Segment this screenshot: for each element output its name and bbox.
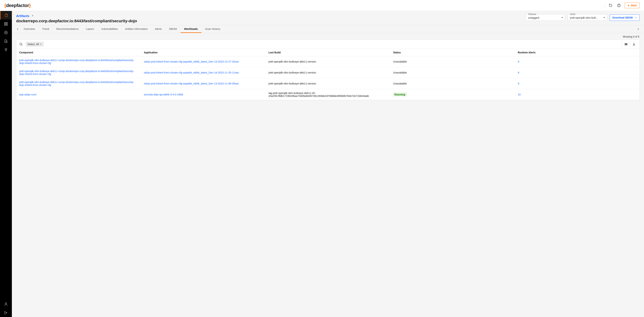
component-link[interactable]: asp-sdojo-cont <box>19 93 36 96</box>
breadcrumb-parent[interactable]: Artifacts <box>16 14 29 18</box>
table-row: jre8-openjdk-slim-bullseye-deb11-comp-do… <box>16 78 640 89</box>
tab-overview[interactable]: Overview <box>20 25 39 33</box>
svg-point-7 <box>6 32 6 33</box>
download-sbom-button[interactable]: Download SBOM <box>610 14 640 21</box>
last-build-cell: jre8-openjdk-slim-bullseye-deb11-version <box>266 67 390 78</box>
chevron-right-icon <box>31 14 34 18</box>
sidebar-item-logout[interactable] <box>0 308 12 317</box>
brand-logo: {deepfactor} <box>4 3 31 8</box>
status-cell: Unavailable <box>390 67 515 78</box>
table-row: asp-sdojo-contsecurity-dojo-qa-wbhk-3-4-… <box>16 89 640 100</box>
component-link[interactable]: jre8-openjdk-slim-bullseye-deb11-comp-do… <box>19 70 134 76</box>
runtime-alerts-link[interactable]: 9 <box>518 82 519 85</box>
chevron-left-icon <box>16 28 19 30</box>
brace-open-icon: { <box>4 3 6 8</box>
runtime-alerts-link[interactable]: 10 <box>518 93 520 96</box>
chevron-down-icon <box>604 17 605 18</box>
svg-rect-12 <box>626 43 626 45</box>
runtime-alerts-link[interactable]: 9 <box>518 71 519 74</box>
last-build-cell: tag-jre8-openjdk-slim-bullseye-deb11-ID-… <box>266 89 390 100</box>
plug-icon <box>4 48 8 52</box>
page-title: dockerrepo.corp.deepfactor.io:8443/test/… <box>16 19 522 23</box>
svg-rect-3 <box>6 22 7 24</box>
chevron-down-icon <box>561 17 563 18</box>
tab-scan-history[interactable]: Scan History <box>202 25 224 33</box>
help-icon[interactable] <box>616 3 621 8</box>
tab-vulnerabilities[interactable]: Vulnerabilities <box>98 25 122 33</box>
application-link[interactable]: sdojo-pod-inherit-from-cluster-cfg-aspwb… <box>144 60 239 63</box>
sidebar-item-integrations[interactable] <box>0 46 12 54</box>
play-icon <box>628 4 630 6</box>
tabs-scroll-right[interactable] <box>636 26 641 33</box>
showing-count: Showing 5 of 5 <box>16 33 640 40</box>
svg-point-9 <box>20 43 22 45</box>
columns-icon <box>624 42 628 46</box>
application-link[interactable]: security-dojo-qa-wbhk-3-4-0-2468 <box>144 93 183 96</box>
runtime-alerts-link[interactable]: 9 <box>518 60 519 63</box>
svg-rect-11 <box>625 43 625 45</box>
tab-workloads[interactable]: Workloads <box>180 25 202 33</box>
sidebar-item-kubernetes[interactable] <box>0 28 12 37</box>
col-status[interactable]: Status <box>390 49 515 56</box>
last-build-cell: jre8-openjdk-slim-bullseye-deb11-version <box>266 78 390 89</box>
table-row: jre8-openjdk-slim-bullseye-deb11-comp-do… <box>16 67 640 78</box>
svg-rect-13 <box>626 43 627 45</box>
svg-line-10 <box>22 45 22 46</box>
workloads-table: Component Application Last Build Status … <box>16 49 640 100</box>
component-link[interactable]: jre8-openjdk-slim-bullseye-deb11-comp-do… <box>19 81 134 86</box>
sidebar <box>0 11 12 317</box>
chevron-down-icon <box>40 43 42 46</box>
application-link[interactable]: sdojo-pod-inherit-from-cluster-cfg-aspwb… <box>144 71 239 74</box>
download-icon <box>632 42 636 46</box>
status-cell: Unavailable <box>390 56 515 67</box>
refresh-icon[interactable] <box>608 3 613 8</box>
svg-rect-5 <box>6 24 7 25</box>
table-row: jre8-openjdk-slim-bullseye-deb11-comp-do… <box>16 56 640 67</box>
tab-trend[interactable]: Trend <box>39 25 53 33</box>
build-select[interactable]: Build jre8-openjdk-slim-bull… <box>568 14 607 21</box>
tab-alerts[interactable]: Alerts <box>151 25 165 33</box>
svg-marker-6 <box>4 31 8 34</box>
status-badge: Running <box>393 93 407 96</box>
svg-rect-4 <box>4 24 6 25</box>
tab-sbom[interactable]: SBOM <box>165 25 180 33</box>
tab-artifact-information[interactable]: Artifact Information <box>122 25 151 33</box>
col-application[interactable]: Application <box>141 49 266 56</box>
col-last-build[interactable]: Last Build <box>266 49 390 56</box>
status-cell: Running <box>390 89 515 100</box>
logout-icon <box>4 311 8 315</box>
file-shield-icon <box>4 39 8 43</box>
document-icon <box>4 13 8 17</box>
kubernetes-icon <box>4 30 8 34</box>
sidebar-item-artifacts[interactable] <box>0 11 12 20</box>
search-button[interactable] <box>18 41 24 47</box>
brace-close-icon: } <box>29 3 31 8</box>
chevron-right-icon <box>637 28 640 30</box>
status-cell: Unavailable <box>390 78 515 89</box>
application-link[interactable]: sdojo-pod-inherit-from-cluster-cfg-aspwb… <box>144 82 239 85</box>
topbar: {deepfactor} Start <box>0 0 644 11</box>
search-icon <box>19 42 23 46</box>
svg-rect-2 <box>4 22 6 24</box>
sidebar-item-profile[interactable] <box>0 300 12 308</box>
tabs: OverviewTrendRecommendationsLayersVulner… <box>20 25 636 33</box>
tabs-scroll-left[interactable] <box>15 26 20 33</box>
tab-recommendations[interactable]: Recommendations <box>53 25 82 33</box>
col-component[interactable]: Component <box>16 49 141 56</box>
start-button[interactable]: Start <box>624 2 640 8</box>
tab-layers[interactable]: Layers <box>82 25 98 33</box>
grid-icon <box>4 22 8 26</box>
download-button[interactable] <box>630 41 638 47</box>
svg-point-8 <box>5 303 6 304</box>
component-link[interactable]: jre8-openjdk-slim-bullseye-deb11-comp-do… <box>19 59 134 64</box>
last-build-cell: jre8-openjdk-slim-bullseye-deb11-version <box>266 56 390 67</box>
chevron-down-icon <box>634 16 637 19</box>
columns-button[interactable] <box>622 41 630 47</box>
release-select[interactable]: Release untagged <box>526 14 565 21</box>
user-icon <box>4 302 8 306</box>
sidebar-item-reports[interactable] <box>0 37 12 46</box>
status-filter-chip[interactable]: Status:All <box>26 42 44 47</box>
breadcrumb: Artifacts <box>16 14 522 18</box>
col-runtime-alerts[interactable]: Runtime Alerts <box>515 49 640 56</box>
sidebar-item-dashboard[interactable] <box>0 20 12 28</box>
